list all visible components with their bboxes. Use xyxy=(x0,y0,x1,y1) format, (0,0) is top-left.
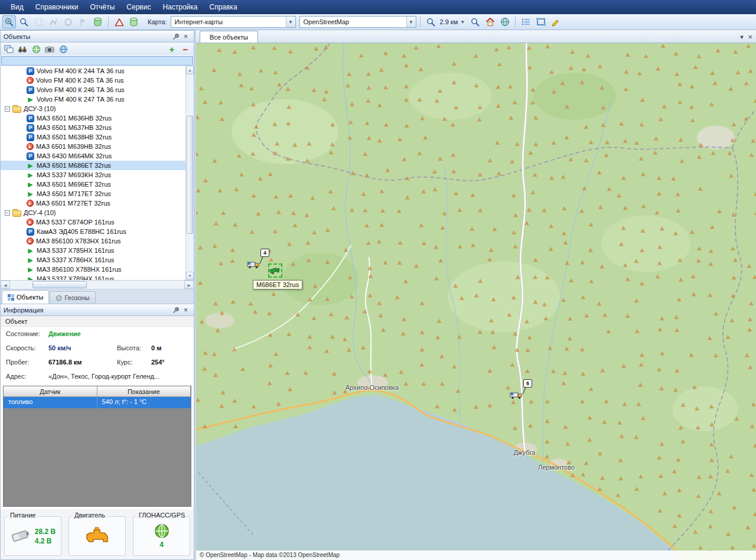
tree-item-label: МАЗ 6430 М664МК 32rus xyxy=(37,152,112,159)
sensor-row[interactable]: топливо540 л; t°: - 1 °С xyxy=(4,397,191,408)
map-provider-combo[interactable]: OpenStreetMap▼ xyxy=(299,16,416,28)
tree-item[interactable]: PМАЗ 6501 М636НВ 32rus xyxy=(1,113,185,123)
show-on-map-button[interactable] xyxy=(30,44,42,55)
course-label: Курс: xyxy=(117,359,151,366)
vehicle-marker[interactable] xyxy=(510,391,523,401)
tree-item[interactable]: ▶МАЗ 5337 Х786НХ 161rus xyxy=(1,255,185,265)
tree-item[interactable]: ►МАЗ 6501 М727ЕТ 32rus xyxy=(1,198,185,208)
moving-status-icon: ▶ xyxy=(27,171,34,179)
binoculars-button[interactable] xyxy=(17,44,28,55)
map-canvas[interactable]: Архипо-ОсиповкаДжубгаЛермонтово4М686ЕТ 3… xyxy=(196,43,756,560)
menu-item[interactable]: Вид xyxy=(5,1,30,13)
object-filter-input[interactable] xyxy=(1,56,193,66)
add-object-button[interactable]: + xyxy=(166,44,178,55)
camera-button[interactable] xyxy=(44,44,56,55)
tree-item-label: ДСУ-3 (10) xyxy=(24,105,56,112)
geodata-button[interactable] xyxy=(127,15,141,28)
close-icon[interactable]: × xyxy=(181,305,191,315)
legend-button[interactable] xyxy=(519,15,533,28)
tree-item[interactable]: ►МАЗ 856100 Х783НХ 161rus xyxy=(1,236,185,246)
close-tab-icon[interactable]: × xyxy=(748,34,752,40)
engine-group-label: Двигатель xyxy=(72,512,107,519)
tree-folder[interactable]: −ДСУ-3 (10) xyxy=(1,104,185,113)
tree-item[interactable]: ►МАЗ 5337 С874ОР 161rus xyxy=(1,217,185,227)
state-value: Движение xyxy=(48,330,117,337)
scrollbar-thumb[interactable] xyxy=(32,281,87,288)
menu-item[interactable]: Настройка xyxy=(157,1,203,13)
marker-count-flag[interactable]: 4 xyxy=(260,249,269,257)
map-tab-all-objects[interactable]: Все объекты xyxy=(200,31,258,43)
tree-item[interactable]: ►Volvo FM 400 К 245 ТА 36 rus xyxy=(1,76,185,85)
zoom-tool-button[interactable] xyxy=(2,15,16,28)
remove-object-button[interactable]: − xyxy=(180,44,191,55)
tree-item[interactable]: PМАЗ 6501 М638НВ 32rus xyxy=(1,132,185,142)
moving-status-icon: ▶ xyxy=(27,190,34,198)
menu-item[interactable]: Справка xyxy=(203,1,243,13)
tree-item[interactable]: ▶МАЗ 6501 М696ЕТ 32rus xyxy=(1,180,185,189)
pin-icon[interactable] xyxy=(171,32,181,41)
tab-geozones[interactable]: Геозоны xyxy=(50,291,95,304)
scroll-right-icon[interactable]: ▶ xyxy=(184,281,194,289)
chevron-down-icon[interactable]: ▼ xyxy=(460,19,465,25)
setsquare-tool-button[interactable] xyxy=(112,15,126,28)
close-icon[interactable]: × xyxy=(181,32,191,41)
tree-item[interactable]: PVolvo FM 400 К 246 ТА 36 rus xyxy=(1,85,185,95)
tree-item[interactable]: ▶МАЗ 6501 М717ЕТ 32rus xyxy=(1,189,185,198)
tracks-database-button[interactable] xyxy=(91,15,105,28)
world-button[interactable] xyxy=(57,44,69,55)
tree-vertical-scrollbar[interactable]: ▲ ▼ xyxy=(185,66,194,280)
toolbar-separator xyxy=(515,17,516,27)
scale-zoom-button[interactable] xyxy=(424,15,438,28)
menu-item[interactable]: Отчёты xyxy=(84,1,120,13)
tree-item[interactable]: ▶МАЗ 5337 М693КН 32rus xyxy=(1,170,185,180)
pan-tool-button[interactable] xyxy=(17,15,31,28)
find-on-map-button[interactable] xyxy=(468,15,482,28)
scrollbar-thumb[interactable] xyxy=(187,116,193,234)
map-frame-button[interactable] xyxy=(534,15,548,28)
tree-item[interactable]: ►МАЗ 6501 М639НВ 32rus xyxy=(1,142,185,151)
collapse-icon[interactable]: − xyxy=(5,106,10,112)
pin-icon[interactable] xyxy=(171,305,181,315)
offline-status-icon: ► xyxy=(27,77,34,84)
sensor-table-header: Датчик Показание xyxy=(4,386,191,397)
value-col-header[interactable]: Показание xyxy=(97,386,191,397)
scroll-up-icon[interactable]: ▲ xyxy=(186,66,194,74)
state-row: Состояние: Движение xyxy=(1,327,194,341)
chevron-down-icon[interactable]: ▼ xyxy=(286,17,295,27)
chevron-down-icon[interactable]: ▼ xyxy=(406,17,416,27)
tree-item[interactable]: PМАЗ 6501 М637НВ 32rus xyxy=(1,123,185,132)
info-panel-body: Объект Состояние: Движение Скорость: 50 … xyxy=(0,316,194,509)
tree-item[interactable]: ▶МАЗ 6501 М686ЕТ 32rus xyxy=(1,161,185,170)
home-button[interactable] xyxy=(483,15,497,28)
tab-list-icon[interactable]: ▼ xyxy=(739,34,744,40)
tree-item[interactable]: PVolvo FM 400 К 244 ТА 36 rus xyxy=(1,66,185,76)
tree-item[interactable]: ▶МАЗ 5337 Х785НХ 161rus xyxy=(1,246,185,255)
tree-item[interactable]: ▶МАЗ 856100 Х788НХ 161rus xyxy=(1,265,185,274)
globe-button[interactable] xyxy=(498,15,511,28)
marker-count-flag[interactable]: 6 xyxy=(523,379,532,388)
menu-item[interactable]: Сервис xyxy=(120,1,157,13)
vehicle-marker[interactable] xyxy=(247,261,260,270)
tree-item[interactable]: ▶МАЗ 5337 Х789НХ 161rus xyxy=(1,274,185,280)
scroll-down-icon[interactable]: ▼ xyxy=(186,272,194,280)
collapse-icon[interactable]: − xyxy=(5,210,10,216)
tree-item[interactable]: PКамАЗ ЭД405 Е788НС 161rus xyxy=(1,227,185,236)
tree-item[interactable]: ▶Volvo FM 400 К 247 ТА 36 rus xyxy=(1,95,185,104)
scroll-left-icon[interactable]: ◀ xyxy=(1,281,10,289)
tree-item[interactable]: PМАЗ 6430 М664МК 32rus xyxy=(1,151,185,161)
tree-item-label: МАЗ 6501 М686ЕТ 32rus xyxy=(37,162,111,169)
speed-label: Скорость: xyxy=(6,344,48,351)
tree-item-label: МАЗ 6501 М638НВ 32rus xyxy=(37,134,112,141)
cascade-windows-button[interactable] xyxy=(3,44,15,55)
tab-objects[interactable]: Объекты xyxy=(2,290,49,304)
menu-item[interactable]: Справочники xyxy=(30,1,84,13)
address-value: «Дон», Текос, Город-курорт Геленд... xyxy=(48,373,188,380)
map-source-combo[interactable]: Интернет-карты▼ xyxy=(171,16,296,28)
tree-folder[interactable]: −ДСУ-4 (10) xyxy=(1,208,185,217)
parked-status-icon: P xyxy=(27,115,34,122)
sensor-col-header[interactable]: Датчик xyxy=(4,386,97,397)
selected-vehicle-marker[interactable] xyxy=(268,263,282,278)
edit-button[interactable] xyxy=(549,15,562,28)
tree-horizontal-scrollbar[interactable]: ◀ ▶ xyxy=(0,280,194,289)
moving-status-icon: ▶ xyxy=(27,162,34,170)
